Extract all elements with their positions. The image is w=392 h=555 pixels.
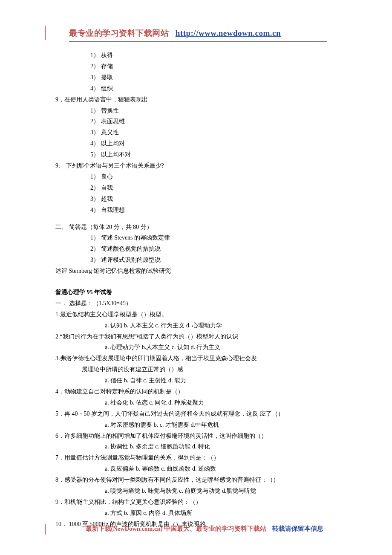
text-line: 3） 超我 [55, 194, 341, 205]
header-underline [69, 41, 327, 42]
text-line: 2） 简述颜色视觉的拮抗说 [55, 243, 341, 254]
header-url[interactable]: http://www.newdown.com.cn [176, 29, 281, 38]
blank-line [55, 277, 341, 283]
text-line: 普通心理学 95 年试卷 [55, 287, 341, 298]
text-line: 2） 表面思维 [55, 116, 341, 127]
footer-text-2: 转载请保留本信息 [272, 525, 323, 532]
text-line: 9、 下列那个术语与另三个术语关系最少? [55, 160, 341, 171]
text-line: 一． 选择题：（1.5X30=45） [55, 298, 341, 309]
text-line: 二、 简答题（每体 20 分，共 80 分） [55, 222, 341, 233]
text-line: 展理论中所谓的没有建立正常的（）感 [55, 364, 341, 375]
text-line: 2） 自我 [55, 182, 341, 194]
text-line: 8．感受器的分布使得对同一类刺激有不同的反应性，这是哪些感觉的普遍特征：（） [55, 474, 341, 486]
page-header: 最专业的学习资料下载网站 http://www.newdown.com.cn [69, 26, 341, 40]
text-line: 5） 以上均不对 [55, 149, 341, 160]
text-line: a. 认知 b. 人本主义 c. 行为主义 d. 心理动力学 [55, 320, 341, 331]
text-line: a. 反应偏差 b. 幂函数 c. 曲线函数 d. 逆函数 [55, 463, 341, 474]
text-line: 3） 述评模式识别的原型说 [55, 254, 341, 266]
text-line: 1） 简述 Stevens 的幂函数定律 [55, 232, 341, 243]
text-line: a. 社会化 b. 依恋 c. 同化 d. 种系凝聚力 [55, 397, 341, 408]
text-line: a. 心理动力学 b.人本主义 c. 认知 d. 行为主义 [55, 342, 341, 353]
text-line: a. 方式 b. 原因 c. 内容 d. 具体场所 [55, 508, 341, 519]
text-line: 2） 存储 [55, 61, 341, 72]
text-line: 2.“我们的行为在于我们有思想”概括了人类行为的（）模型对人的认识 [55, 331, 341, 342]
text-line: a. 协调性 b. 多余度 c. 细胞质功能 d. 特化 [55, 441, 341, 452]
text-line: 9，在使用人类语言中，猩猩表现出 [55, 94, 341, 105]
text-line: 7．用量值估计方法测量感觉与物理量的关系，得到的是：（） [55, 452, 341, 463]
blank-line [55, 216, 341, 222]
footer-text-1: 最新下载(NewDown.com.cn) 中国最大、最专业的学习资料下载站 [86, 525, 266, 532]
text-line: a. 嗅觉与痛觉 b. 味觉与肤觉 c. 前庭觉与动觉 d.肌觉与听觉 [55, 486, 341, 497]
text-line: a. 信任 b. 自律 c. 主创性 d. 能力 [55, 375, 341, 386]
text-line: 4．动物建立自己对特定种系的认同的机制是（） [55, 386, 341, 397]
text-line: 5．再 40－50 岁之间，人们怀疑自己对过去的选择和今天的成就有理念，这反 应… [55, 408, 341, 419]
document-body: 1） 获得2） 存储3） 提取4） 组织9，在使用人类语言中，猩猩表现出1） 替… [55, 50, 341, 529]
text-line: 6．许多细胞功能上的相同增加了机体应付极端环境的灵活性，这叫作细胞的（） [55, 431, 341, 442]
text-line: 1） 良心 [55, 171, 341, 182]
text-line: 1） 替换性 [55, 105, 341, 116]
text-line: 4） 自我理想 [55, 205, 341, 216]
text-line: 1） 获得 [55, 50, 341, 61]
left-margin-bar-footer [45, 524, 46, 535]
text-line: 1.最近似结构主义心理学模型是（）模型。 [55, 309, 341, 320]
text-line: 4） 以上均对 [55, 138, 341, 149]
header-site-label: 最专业的学习资料下载网站 [69, 29, 169, 38]
text-line: 3.弗洛伊德性心理发展理论中的肛门期固着人格，相当于埃里克森心理社会发 [55, 353, 341, 364]
text-line: 3） 提取 [55, 72, 341, 83]
text-line: 3） 意义性 [55, 127, 341, 138]
page-footer: 最新下载(NewDown.com.cn) 中国最大、最专业的学习资料下载站 转载… [55, 523, 354, 535]
text-line: a. 对亲密感的需要 b. c. 才能需要 d.中年危机 [55, 419, 341, 431]
text-line: 9．和机能主义相比，结构主义更关心意识经验的：（） [55, 497, 341, 508]
text-line: 述评 Sternberg 短时记忆信息检索的试验研究 [55, 266, 341, 277]
text-line: 4） 组织 [55, 83, 341, 94]
left-margin-bar [45, 26, 46, 40]
